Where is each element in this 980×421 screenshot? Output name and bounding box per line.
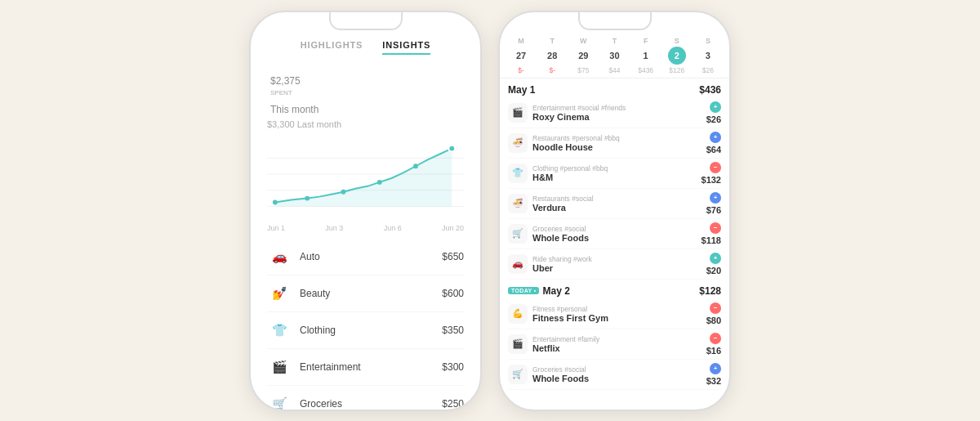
transaction-item[interactable]: 🛒 Groceries #social Whole Foods − $118 <box>508 219 721 249</box>
category-name: Clothing <box>300 325 442 336</box>
txn-icon: 🎬 <box>508 334 528 354</box>
cal-day-label: S <box>662 37 692 45</box>
txn-dot-indicator: − <box>710 302 721 314</box>
txn-category: Entertainment #family <box>532 335 702 343</box>
calendar-day[interactable]: T 28 $- <box>537 37 567 74</box>
transactions-list: May 1 $436 🎬 Entertainment #social #frie… <box>500 78 729 410</box>
phone-notch-left <box>329 12 403 30</box>
phone-notch-right <box>578 12 652 30</box>
txn-icon: 🍜 <box>508 133 528 153</box>
txn-dot-indicator: + <box>710 132 721 143</box>
cal-day-amount: $- <box>537 66 567 74</box>
cal-day-amount: $- <box>506 66 536 74</box>
transaction-item[interactable]: 🍜 Restaurants #social Verdura + $76 <box>508 189 721 219</box>
txn-right: − $80 <box>706 302 721 325</box>
cal-day-label: S <box>693 37 723 45</box>
transaction-item[interactable]: 🍜 Restaurants #personal #bbq Noodle Hous… <box>508 128 721 159</box>
transaction-item[interactable]: 🚗 Ride sharing #work Uber + $20 <box>508 249 721 280</box>
txn-dot-indicator: − <box>710 222 721 234</box>
tabs-container: HIGHLIGHTS INSIGHTS <box>251 30 480 60</box>
category-name: Entertainment <box>300 361 442 373</box>
txn-category: Groceries #social <box>532 365 702 374</box>
transaction-item[interactable]: 💪 Fitness #personal Fitness First Gym − … <box>508 299 721 329</box>
txn-right: − $16 <box>706 333 721 356</box>
right-phone: M 27 $- T 28 $- W 29 $75 T 30 $44 F 1 $4… <box>498 11 731 411</box>
category-icon: 👕 <box>267 318 292 343</box>
date-header: May 1 $436 <box>508 78 721 98</box>
line-chart <box>267 137 464 219</box>
txn-details: Restaurants #social Verdura <box>532 195 702 213</box>
calendar-day[interactable]: S 3 $26 <box>693 37 723 74</box>
calendar-day[interactable]: S 2 $126 <box>662 37 692 74</box>
category-item: 👕 Clothing $350 <box>267 312 464 349</box>
cal-day-label: T <box>537 37 567 45</box>
spending-amount: $2,375 SPENT This month <box>267 68 464 118</box>
category-name: Auto <box>300 251 442 262</box>
transaction-item[interactable]: 🛒 Groceries #social Whole Foods + $32 <box>508 360 721 390</box>
txn-category: Clothing #personal #bbq <box>532 164 697 172</box>
txn-amount: $64 <box>706 145 721 155</box>
svg-point-7 <box>377 179 382 184</box>
cal-day-label: T <box>599 37 629 45</box>
calendar-day[interactable]: T 30 $44 <box>599 37 629 74</box>
txn-details: Clothing #personal #bbq H&M <box>532 164 697 182</box>
txn-details: Groceries #social Whole Foods <box>532 365 702 383</box>
txn-details: Groceries #social Whole Foods <box>532 225 697 243</box>
txn-dot-indicator: − <box>710 333 721 344</box>
txn-amount: $118 <box>702 235 721 245</box>
category-icon: 🎬 <box>267 355 292 379</box>
cal-day-label: F <box>631 37 661 45</box>
calendar-day[interactable]: M 27 $- <box>506 37 536 74</box>
transaction-item[interactable]: 👕 Clothing #personal #bbq H&M − $132 <box>508 159 721 189</box>
txn-category: Ride sharing #work <box>532 255 702 263</box>
category-amount: $250 <box>442 398 464 410</box>
cal-day-num: 1 <box>637 47 655 65</box>
txn-amount: $80 <box>706 316 721 325</box>
svg-point-8 <box>413 163 418 168</box>
txn-name: Roxy Cinema <box>532 112 702 122</box>
txn-right: + $20 <box>706 253 721 275</box>
txn-category: Entertainment #social #friends <box>532 104 702 112</box>
calendar-day[interactable]: W 29 $75 <box>568 37 598 74</box>
cal-day-amount: $436 <box>631 66 661 74</box>
txn-category: Fitness #personal <box>532 305 702 313</box>
date-label: TODAY ▪May 2 <box>508 285 570 297</box>
category-name: Beauty <box>300 288 442 299</box>
transaction-item[interactable]: 🎬 Entertainment #family Netflix − $16 <box>508 329 721 360</box>
txn-amount: $32 <box>706 376 721 386</box>
spending-period-label: SPENT This month <box>267 89 464 114</box>
txn-name: Noodle House <box>532 142 702 152</box>
category-amount: $350 <box>442 325 464 336</box>
cal-day-num: 28 <box>543 47 561 65</box>
svg-point-6 <box>341 189 345 194</box>
txn-dot-indicator: − <box>710 162 721 173</box>
cal-day-num: 3 <box>699 47 717 65</box>
spending-chart <box>251 132 480 222</box>
txn-name: Netflix <box>532 343 702 353</box>
chart-label-4: Jun 20 <box>442 224 464 232</box>
date-label: May 1 <box>508 84 535 96</box>
category-amount: $600 <box>442 288 464 299</box>
chart-label-1: Jun 1 <box>267 224 285 232</box>
category-item: 🛒 Groceries $250 <box>267 386 464 410</box>
date-header: TODAY ▪May 2 $128 <box>508 280 721 299</box>
calendar-day[interactable]: F 1 $436 <box>631 37 661 74</box>
txn-icon: 💪 <box>508 304 528 324</box>
txn-right: + $64 <box>706 132 721 155</box>
txn-right: − $132 <box>702 162 721 185</box>
spending-header: $2,375 SPENT This month $3,300 Last mont… <box>251 60 480 132</box>
txn-name: H&M <box>532 172 697 182</box>
category-item: 🚗 Auto $650 <box>267 239 464 275</box>
txn-dot-indicator: + <box>710 101 721 113</box>
txn-details: Entertainment #family Netflix <box>532 335 702 353</box>
spending-last-month: $3,300 Last month <box>267 119 464 129</box>
cal-day-num: 2 <box>668 47 686 65</box>
tab-highlights[interactable]: HIGHLIGHTS <box>301 40 363 55</box>
txn-details: Entertainment #social #friends Roxy Cine… <box>532 104 702 122</box>
tab-insights[interactable]: INSIGHTS <box>382 40 430 55</box>
cal-day-amount: $44 <box>599 66 629 74</box>
transaction-item[interactable]: 🎬 Entertainment #social #friends Roxy Ci… <box>508 98 721 128</box>
svg-point-5 <box>305 195 310 200</box>
category-icon: 🛒 <box>267 392 292 410</box>
txn-amount: $16 <box>706 346 721 356</box>
